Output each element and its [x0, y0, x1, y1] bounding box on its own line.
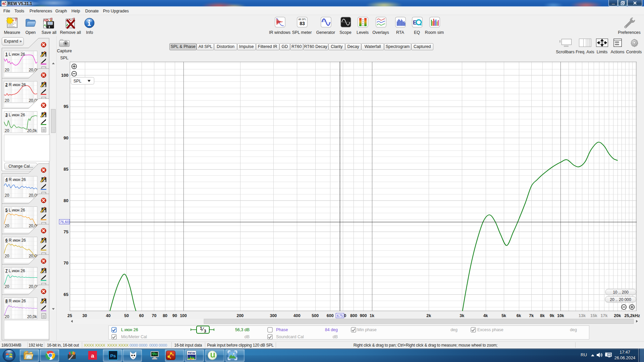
svg-text:4k: 4k: [483, 313, 488, 318]
svg-text:17k: 17k: [601, 313, 608, 318]
svg-text:7k: 7k: [529, 313, 534, 318]
svg-text:900: 900: [360, 313, 367, 318]
svg-text:90: 90: [64, 135, 68, 140]
svg-text:30: 30: [83, 313, 87, 318]
svg-text:SPL: SPL: [73, 79, 82, 83]
svg-text:10k: 10k: [557, 313, 564, 318]
svg-text:Ps: Ps: [110, 353, 116, 358]
svg-text:15k: 15k: [590, 313, 597, 318]
svg-text:100: 100: [180, 313, 187, 318]
svg-text:600: 600: [327, 313, 334, 318]
svg-text:70: 70: [64, 260, 68, 265]
svg-text:SPL: SPL: [60, 55, 68, 60]
svg-text:70: 70: [152, 313, 157, 318]
svg-text:500: 500: [312, 313, 319, 318]
svg-text:3k: 3k: [460, 313, 464, 318]
svg-text:200: 200: [236, 313, 244, 318]
svg-text:9k: 9k: [550, 313, 554, 318]
svg-text:675: 675: [337, 314, 343, 318]
svg-text:5k: 5k: [501, 313, 506, 318]
svg-text:75: 75: [64, 229, 68, 234]
svg-text:400: 400: [293, 313, 301, 318]
svg-text:1k: 1k: [370, 313, 374, 318]
svg-text:1: 1: [200, 326, 202, 331]
svg-text:3: 3: [204, 329, 206, 334]
svg-text:65: 65: [64, 292, 68, 297]
svg-text:a: a: [91, 353, 94, 359]
svg-text:90: 90: [172, 313, 177, 318]
svg-text:83: 83: [300, 21, 305, 26]
svg-text:dB SPL: dB SPL: [298, 18, 306, 20]
svg-text:95: 95: [64, 104, 68, 109]
svg-text:6k: 6k: [517, 313, 521, 318]
svg-text:100: 100: [61, 73, 68, 78]
svg-text:800: 800: [350, 313, 357, 318]
svg-text:10 .. 200: 10 .. 200: [613, 290, 629, 295]
svg-text:25: 25: [67, 313, 72, 318]
svg-text:REW: REW: [188, 351, 195, 355]
svg-text:20 .. 20 000: 20 .. 20 000: [610, 297, 631, 302]
svg-text:50: 50: [124, 313, 129, 318]
svg-text:80: 80: [163, 313, 167, 318]
svg-text:40: 40: [106, 313, 111, 318]
svg-text:20k: 20k: [614, 313, 621, 318]
svg-text:85: 85: [64, 167, 68, 172]
svg-text:8k: 8k: [540, 313, 545, 318]
svg-text:13k: 13k: [579, 313, 586, 318]
svg-text:60: 60: [139, 313, 144, 318]
svg-text:25,2kHz: 25,2kHz: [624, 313, 640, 318]
svg-text:76,60: 76,60: [60, 220, 69, 224]
svg-text:300: 300: [270, 313, 277, 318]
svg-text:2k: 2k: [426, 313, 431, 318]
svg-text:80: 80: [64, 198, 68, 203]
